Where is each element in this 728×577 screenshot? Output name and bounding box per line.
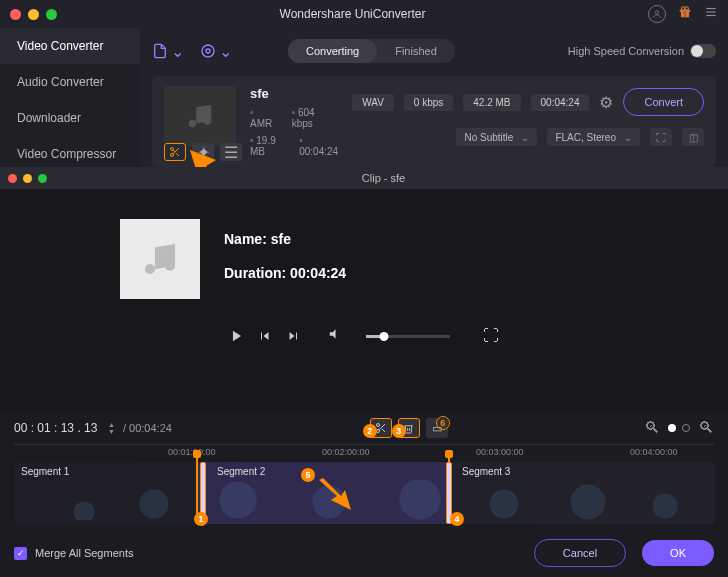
svg-point-13 (171, 148, 174, 151)
prev-frame-button[interactable] (258, 329, 272, 343)
audio-profile-select[interactable]: FLAC, Stereo (547, 128, 640, 146)
timecode-input[interactable] (14, 421, 100, 435)
svg-marker-25 (330, 329, 336, 338)
window-title: Wondershare UniConverter (57, 7, 648, 21)
ruler-tick: 00:03:00:00 (476, 447, 524, 457)
sidebar-item-audio-converter[interactable]: Audio Converter (0, 64, 140, 100)
ok-button[interactable]: OK (642, 540, 714, 566)
clip-close-button[interactable] (8, 174, 17, 183)
cancel-button[interactable]: Cancel (534, 539, 626, 567)
segment-1-label: Segment 1 (21, 466, 69, 477)
callout-3: 3 (392, 424, 406, 438)
subtitle-select[interactable]: No Subtitle (456, 128, 537, 146)
clip-title: Clip - sfe (47, 172, 720, 184)
meta-size: 19.9 MB (250, 135, 285, 157)
gear-icon[interactable]: ⚙ (599, 93, 613, 112)
gift-icon[interactable] (678, 5, 692, 23)
out-format: WAV (352, 94, 394, 111)
zoom-in-icon[interactable]: 🔍︎ (698, 419, 714, 437)
callout-6: 6 (436, 416, 450, 430)
clip-name-value: sfe (271, 231, 291, 247)
tab-finished[interactable]: Finished (377, 39, 455, 63)
clip-maximize-button[interactable] (38, 174, 47, 183)
timeline-ruler: 00:01:00:00 00:02:00:00 00:03:00:00 00:0… (14, 444, 714, 460)
svg-marker-23 (290, 332, 295, 340)
segment-2-label: Segment 2 (217, 466, 265, 477)
svg-point-26 (376, 424, 379, 427)
trim-icon[interactable] (164, 143, 186, 161)
account-icon[interactable] (648, 5, 666, 23)
duration-total: / 00:04:24 (123, 422, 172, 434)
sidebar-item-video-converter[interactable]: Video Converter (0, 28, 140, 64)
callout-1: 1 (194, 512, 208, 526)
traffic-lights (10, 9, 57, 20)
meta-codec: AMR (250, 107, 278, 129)
svg-rect-3 (684, 10, 685, 18)
ruler-tick: 00:02:00:00 (322, 447, 370, 457)
tab-converting[interactable]: Converting (288, 39, 377, 63)
svg-marker-20 (233, 331, 241, 342)
minimize-window-button[interactable] (28, 9, 39, 20)
fullscreen-icon[interactable]: ⛶ (484, 329, 498, 343)
svg-point-10 (206, 49, 210, 53)
out-duration: 00:04:24 (531, 94, 590, 111)
convert-button[interactable]: Convert (623, 88, 704, 116)
sidebar: Video Converter Audio Converter Download… (0, 28, 140, 175)
callout-4: 4 (450, 512, 464, 526)
svg-point-9 (202, 45, 214, 57)
segment-3-label: Segment 3 (462, 466, 510, 477)
file-name: sfe (250, 86, 338, 101)
callout-5: 5 (301, 468, 315, 482)
volume-slider[interactable] (366, 335, 450, 338)
clip-minimize-button[interactable] (23, 174, 32, 183)
clip-duration-label: Duration: (224, 265, 290, 281)
status-tabs: Converting Finished (288, 39, 455, 63)
close-window-button[interactable] (10, 9, 21, 20)
crop-icon[interactable]: ◫ (682, 128, 704, 146)
timecode-stepper[interactable]: ▲▼ (108, 421, 115, 435)
add-disc-button[interactable]: ⌄ (200, 42, 232, 61)
play-button[interactable] (230, 329, 244, 343)
merge-label: Merge All Segments (35, 547, 133, 559)
timeline-section: ▲▼ / 00:04:24 2 3 ▭ 6 🔍︎ 🔍︎ 00:01:00:00 … (0, 412, 728, 577)
meta-bitrate: 604 kbps (292, 107, 338, 129)
svg-line-17 (173, 150, 175, 152)
hispeed-label: High Speed Conversion (568, 45, 684, 57)
ruler-tick: 00:04:00:00 (630, 447, 678, 457)
svg-point-5 (685, 7, 689, 11)
svg-point-14 (171, 154, 174, 157)
clip-duration-value: 00:04:24 (290, 265, 346, 281)
maximize-window-button[interactable] (46, 9, 57, 20)
svg-point-18 (145, 264, 155, 274)
hispeed-toggle[interactable] (690, 44, 716, 58)
ruler-tick: 00:01:00:00 (168, 447, 216, 457)
zoom-out-icon[interactable]: 🔍︎ (644, 419, 660, 437)
menu-icon[interactable] (704, 5, 718, 23)
window-titlebar: Wondershare UniConverter (0, 0, 728, 28)
svg-point-11 (189, 120, 197, 128)
clip-name-label: Name: (224, 231, 271, 247)
out-bitrate: 0 kbps (404, 94, 453, 111)
clip-panel: Clip - sfe Name: sfe Duration: 00:04:24 … (0, 167, 728, 412)
svg-point-19 (165, 261, 175, 271)
svg-point-12 (204, 117, 212, 125)
add-file-button[interactable]: ⌄ (152, 42, 184, 61)
file-thumbnail (164, 86, 236, 146)
callout-2: 2 (363, 424, 377, 438)
svg-line-16 (176, 153, 179, 156)
expand-icon[interactable]: ⛶ (650, 128, 672, 146)
sidebar-item-downloader[interactable]: Downloader (0, 100, 140, 136)
out-size: 42.2 MB (463, 94, 520, 111)
volume-icon[interactable] (328, 327, 342, 345)
meta-duration: 00:04:24 (299, 135, 338, 157)
svg-point-0 (655, 11, 658, 14)
annotation-arrow-small-icon (315, 476, 355, 512)
merge-checkbox[interactable]: ✓ (14, 547, 27, 560)
clip-preview-thumb (120, 219, 200, 299)
next-frame-button[interactable] (286, 329, 300, 343)
svg-line-29 (382, 429, 385, 432)
timeline-track[interactable]: Segment 1 Segment 2 Segment 3 1 4 5 (14, 462, 714, 524)
zoom-dots (668, 424, 690, 432)
svg-marker-21 (264, 332, 269, 340)
